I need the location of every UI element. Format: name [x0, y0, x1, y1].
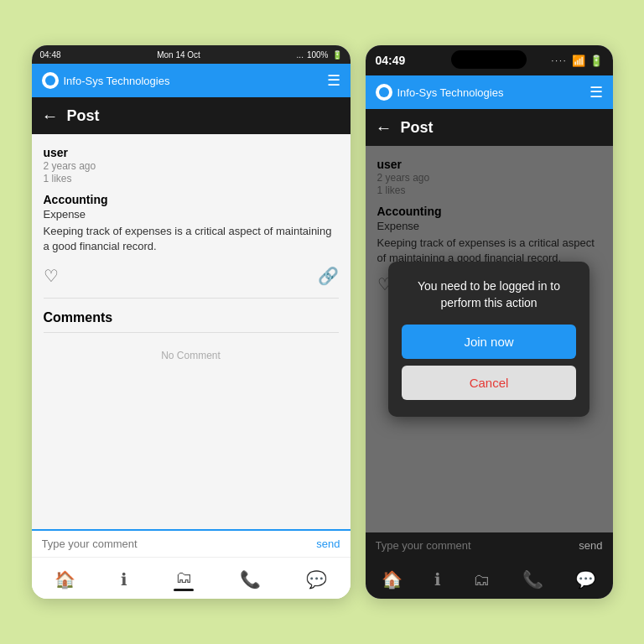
- nav-files-right[interactable]: 🗂: [473, 570, 490, 589]
- comment-input-left[interactable]: [42, 538, 317, 550]
- left-phone: 04:48 Mon 14 Oct ... 100% 🔋 Info-Sys Tec…: [32, 45, 351, 599]
- info-icon-left: ℹ: [121, 569, 127, 589]
- brand-left: Info-Sys Technologies: [42, 72, 170, 89]
- bottom-nav-right: 🏠 ℹ 🗂 📞 💬: [366, 558, 613, 599]
- post-category-left: Accounting: [44, 193, 339, 206]
- post-subcategory-left: Expense: [44, 208, 339, 221]
- right-phone: 04:49 ···· 📶 🔋 Info-Sys Technologies ☰ ←…: [366, 45, 613, 599]
- status-battery-left: 100%: [307, 50, 329, 60]
- post-description-left: Keeping track of expenses is a critical …: [44, 224, 339, 254]
- content-left: user 2 years ago 1 likes Accounting Expe…: [32, 134, 351, 529]
- hamburger-left[interactable]: ☰: [327, 71, 340, 90]
- brand-icon-inner-left: [45, 75, 55, 86]
- modal-message: You need to be logged in to perform this…: [402, 278, 576, 311]
- chat-icon-right: 💬: [575, 569, 596, 589]
- no-comment-left: No Comment: [44, 350, 339, 361]
- page-title-right: Post: [401, 119, 434, 137]
- wifi-icon-right: 📶: [572, 55, 585, 67]
- home-icon-left: 🏠: [55, 569, 75, 589]
- post-user-left: user: [44, 146, 339, 159]
- comments-section-left: Comments No Comment: [44, 310, 339, 361]
- right-content-wrapper: user 2 years ago 1 likes Accounting Expe…: [366, 146, 613, 532]
- files-icon-right: 🗂: [473, 570, 490, 589]
- brand-icon-right: [376, 84, 392, 101]
- share-icon-left[interactable]: 🔗: [318, 266, 339, 286]
- status-icons-right: ···· 📶 🔋: [551, 55, 602, 67]
- nav-files-left[interactable]: 🗂: [174, 568, 194, 591]
- brand-name-right: Info-Sys Technologies: [397, 86, 504, 99]
- hamburger-right[interactable]: ☰: [589, 83, 603, 101]
- nav-chat-left[interactable]: 💬: [306, 569, 327, 589]
- post-actions-left: ♡ 🔗: [44, 266, 339, 299]
- post-likes-left: 1 likes: [44, 173, 339, 184]
- brand-right: Info-Sys Technologies: [376, 84, 504, 101]
- chat-icon-left: 💬: [306, 569, 327, 589]
- battery-icon-right: 🔋: [589, 55, 603, 67]
- back-button-right[interactable]: ←: [376, 118, 392, 138]
- nav-info-left[interactable]: ℹ: [121, 569, 127, 589]
- phone-icon-left: 📞: [240, 569, 261, 589]
- nav-home-left[interactable]: 🏠: [55, 569, 75, 589]
- page-header-right: ← Post: [366, 109, 613, 146]
- comment-bar-left: send: [32, 529, 351, 557]
- comment-bar-right: send: [366, 532, 613, 558]
- status-dots-left: ...: [297, 50, 304, 60]
- nav-indicator-left: [174, 589, 194, 591]
- comment-input-right[interactable]: [376, 539, 579, 552]
- bottom-nav-left: 🏠 ℹ 🗂 📞 💬: [32, 557, 351, 599]
- status-bar-left: 04:48 Mon 14 Oct ... 100% 🔋: [32, 45, 351, 64]
- dark-overlay: You need to be logged in to perform this…: [366, 146, 613, 532]
- brand-name-left: Info-Sys Technologies: [64, 75, 170, 87]
- phone-icon-right: 📞: [522, 569, 543, 589]
- home-icon-right: 🏠: [382, 569, 402, 589]
- status-right-left: ... 100% 🔋: [297, 50, 342, 60]
- nav-phone-right[interactable]: 📞: [522, 569, 543, 589]
- app-header-right: Info-Sys Technologies ☰: [366, 75, 613, 109]
- join-now-button[interactable]: Join now: [402, 325, 576, 359]
- nav-phone-left[interactable]: 📞: [240, 569, 261, 589]
- status-time-left: 04:48: [40, 50, 61, 60]
- status-bar-right-phone: 04:49 ···· 📶 🔋: [366, 45, 613, 75]
- status-date-left: Mon 14 Oct: [157, 50, 200, 60]
- notch-pill: [451, 50, 527, 69]
- post-time-left: 2 years ago: [44, 160, 339, 172]
- nav-info-right[interactable]: ℹ: [434, 569, 441, 589]
- page-title-left: Post: [67, 107, 100, 125]
- cancel-button[interactable]: Cancel: [402, 366, 576, 400]
- signal-icon-right: ····: [551, 56, 567, 65]
- nav-home-right[interactable]: 🏠: [382, 569, 402, 589]
- comments-title-left: Comments: [44, 310, 339, 333]
- info-icon-right: ℹ: [434, 569, 441, 589]
- app-header-left: Info-Sys Technologies ☰: [32, 64, 351, 97]
- send-button-right[interactable]: send: [579, 539, 602, 552]
- battery-icon-left: 🔋: [332, 50, 342, 60]
- brand-icon-inner-right: [379, 87, 389, 97]
- brand-icon-left: [42, 72, 59, 89]
- send-button-left[interactable]: send: [316, 538, 340, 550]
- page-header-left: ← Post: [32, 97, 351, 134]
- back-button-left[interactable]: ←: [42, 106, 59, 126]
- post-meta-left: user 2 years ago 1 likes: [44, 146, 339, 184]
- modal-card: You need to be logged in to perform this…: [388, 262, 589, 417]
- status-time-right: 04:49: [376, 54, 406, 67]
- like-icon-left[interactable]: ♡: [44, 266, 59, 286]
- nav-chat-right[interactable]: 💬: [575, 569, 596, 589]
- files-icon-left: 🗂: [175, 568, 192, 587]
